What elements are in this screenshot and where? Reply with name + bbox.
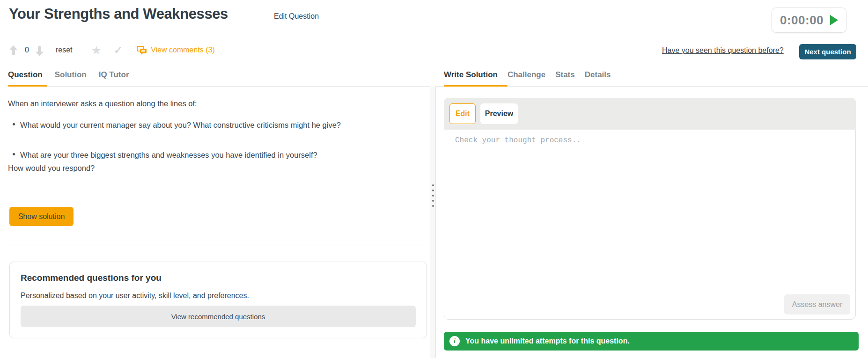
edit-question-link[interactable]: Edit Question [274, 12, 319, 21]
check-icon[interactable]: ✓ [114, 45, 123, 56]
solution-input[interactable] [454, 135, 847, 285]
timer-value: 0:00:00 [780, 13, 824, 28]
comments-icon [137, 46, 147, 55]
attempts-banner-text: You have unlimited attempts for this que… [465, 337, 630, 345]
next-question-button[interactable]: Next question [799, 44, 856, 59]
left-tab-bar: Question Solution IQ Tutor [8, 70, 129, 80]
left-active-tab-underline [8, 85, 47, 87]
question-bullet-1: What would your current manager say abou… [8, 120, 432, 130]
editor-footer-divider [444, 289, 855, 289]
left-panel-bottom-border [0, 354, 430, 354]
assess-answer-button[interactable]: Assess answer [784, 294, 850, 314]
page-title: Your Strengths and Weaknesses [9, 6, 228, 22]
preview-mode-button[interactable]: Preview [480, 103, 518, 124]
vote-count: 0 [25, 46, 29, 54]
timer: 0:00:00 [772, 7, 846, 33]
tab-write-solution[interactable]: Write Solution [444, 70, 498, 80]
vote-bar: 0 reset ★ ✓ View comments (3) [9, 43, 215, 57]
tab-challenge[interactable]: Challenge [508, 70, 545, 80]
tab-solution[interactable]: Solution [55, 70, 87, 80]
question-bullet-2: What are your three biggest strengths an… [8, 150, 432, 160]
seen-before-link[interactable]: Have you seen this question before? [662, 46, 784, 55]
view-recommended-button[interactable]: View recommended questions [21, 306, 416, 327]
play-icon[interactable] [830, 15, 838, 25]
view-comments-link[interactable]: View comments (3) [137, 46, 215, 55]
show-solution-button[interactable]: Show solution [9, 207, 74, 226]
panel-resize-handle[interactable] [430, 87, 436, 358]
view-comments-label: View comments (3) [151, 46, 215, 54]
section-divider [9, 246, 425, 246]
upvote-icon[interactable] [9, 45, 17, 55]
drag-dots-icon [432, 184, 434, 207]
downvote-icon[interactable] [36, 46, 44, 56]
reset-link[interactable]: reset [56, 46, 73, 54]
recommended-title: Recommended questions for you [21, 273, 162, 283]
question-outro: How would you respond? [8, 163, 420, 173]
tab-details[interactable]: Details [585, 70, 611, 80]
attempts-banner: i You have unlimited attempts for this q… [444, 332, 859, 351]
question-intro: When an interviewer asks a question alon… [8, 98, 420, 109]
star-icon[interactable]: ★ [91, 44, 101, 56]
tab-iq-tutor[interactable]: IQ Tutor [99, 70, 129, 80]
info-icon: i [449, 336, 460, 346]
right-tab-bar: Write Solution Challenge Stats Details [444, 70, 611, 80]
right-active-tab-underline [444, 85, 508, 87]
editor-toolbar: Edit Preview [444, 98, 856, 130]
left-tab-divider [8, 86, 430, 87]
tab-question[interactable]: Question [8, 70, 43, 80]
edit-mode-button[interactable]: Edit [449, 103, 476, 124]
recommended-subtitle: Personalized based on your user activity… [21, 292, 249, 300]
tab-stats[interactable]: Stats [555, 70, 575, 80]
